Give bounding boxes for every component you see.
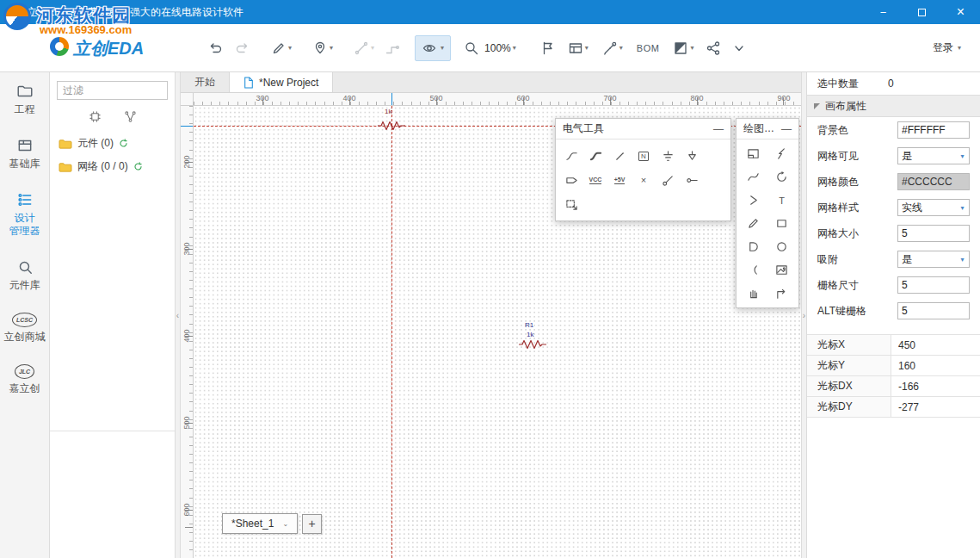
sidebar-item-project[interactable]: 工程 (15, 83, 35, 116)
app-logo-text: 立创EDA (73, 37, 144, 60)
placement-tool-button[interactable]: ▾ (310, 37, 336, 59)
palette-title: 电气工具 (563, 121, 604, 136)
grid-size-input[interactable] (897, 225, 970, 242)
cursor-y-marker (181, 126, 193, 127)
bus-icon[interactable] (583, 144, 607, 168)
chevron-down-icon: ▾ (513, 44, 516, 52)
resistor-value[interactable]: 1k (527, 332, 533, 338)
text-icon[interactable]: T (767, 189, 796, 212)
net-label-icon[interactable]: N (632, 144, 656, 168)
tree-item-components[interactable]: 元件 (0) (50, 132, 175, 155)
minimize-palette-button[interactable]: — (776, 123, 792, 135)
property-row: 背景色 (807, 117, 980, 143)
right-splitter[interactable]: › (801, 72, 807, 558)
ruler-number: 900 (777, 94, 790, 102)
refresh-icon[interactable] (133, 162, 143, 171)
property-row: 网格样式实线▾ (807, 195, 980, 220)
refresh-icon[interactable] (119, 139, 128, 148)
maximize-button[interactable] (903, 0, 941, 24)
bus-entry-icon[interactable] (607, 144, 632, 168)
left-splitter[interactable]: ‹ (175, 72, 181, 558)
add-sheet-button[interactable]: + (302, 514, 322, 534)
sidebar-item-design-manager[interactable]: 设计 管理器 (9, 191, 40, 238)
zoom-level-select[interactable]: 100% ▾ (482, 39, 519, 58)
sheet-tab[interactable]: *Sheet_1 ⌄ (222, 513, 298, 534)
document-tabbar: 开始 *New Project (181, 72, 801, 93)
magnifier-icon (464, 40, 479, 56)
grid-visible-select[interactable]: 是▾ (897, 147, 970, 164)
login-button[interactable]: 登录 ▾ (933, 40, 961, 55)
redo-button[interactable] (232, 37, 253, 59)
background-color-input[interactable] (897, 121, 970, 139)
route-tool-button[interactable] (382, 37, 403, 59)
drawing-tools-palette: 绘图… — T (736, 118, 799, 308)
arrow-icon[interactable] (739, 189, 767, 212)
sidebar-item-jlc[interactable]: JLC 嘉立创 (9, 364, 40, 395)
arc-icon[interactable] (739, 258, 767, 282)
crosshair-vertical (391, 106, 392, 558)
snap-size-input[interactable] (897, 276, 970, 294)
ghost-resistor-symbol[interactable] (377, 120, 406, 132)
rect-icon[interactable] (767, 212, 796, 235)
toolbar-more-button[interactable] (729, 37, 749, 59)
drag-hand-icon[interactable] (739, 282, 767, 305)
canvas-frame-icon[interactable] (739, 142, 767, 165)
grid-color-swatch[interactable]: #CCCCCC (897, 173, 970, 190)
netlist-icon[interactable] (124, 110, 137, 123)
table-button[interactable]: ▾ (565, 37, 591, 59)
resistor-symbol[interactable] (518, 338, 547, 350)
palette-header[interactable]: 电气工具 — (556, 119, 730, 140)
tab-new-project[interactable]: *New Project (230, 72, 333, 92)
sidebar-item-component-library[interactable]: 元件库 (9, 258, 40, 292)
cursor-label: 光标DX (807, 376, 891, 396)
component-chip-icon[interactable] (89, 110, 102, 123)
canvas-properties-header[interactable]: 画布属性 (807, 95, 980, 117)
net-port-icon[interactable] (559, 168, 583, 192)
spline-icon[interactable] (739, 165, 767, 189)
ground-icon[interactable] (680, 144, 704, 168)
tree-item-nets[interactable]: 网络 (0 / 0) (50, 155, 175, 178)
group-icon[interactable] (559, 192, 583, 216)
grid-style-select[interactable]: 实线▾ (897, 199, 970, 216)
image-icon[interactable] (767, 258, 796, 282)
sidebar-item-lcsc-mall[interactable]: LCSC 立创商城 (4, 313, 46, 344)
zoom-button[interactable] (461, 37, 482, 59)
wire-tool-button[interactable]: ▾ (351, 37, 377, 59)
alt-grid-input[interactable] (897, 302, 970, 319)
minimize-palette-button[interactable]: — (708, 123, 724, 135)
snap-select[interactable]: 是▾ (897, 251, 970, 268)
plus-5v-flag-icon[interactable]: +5V (607, 168, 632, 192)
draw-tool-button[interactable]: ▾ (268, 37, 294, 59)
corner-route-icon[interactable] (767, 282, 796, 305)
net-flag-ground-icon[interactable] (656, 144, 680, 168)
polygon-icon[interactable] (739, 235, 767, 258)
ellipse-icon[interactable] (767, 235, 796, 258)
vcc-flag-icon[interactable]: VCC (583, 168, 607, 192)
editor-region: 开始 *New Project 300400500600700800900 20… (181, 72, 801, 558)
sidebar-item-base-library[interactable]: 基础库 (9, 137, 40, 170)
filter-input[interactable] (57, 81, 168, 100)
resistor-ref[interactable]: R1 (525, 322, 533, 329)
pencil-icon[interactable] (739, 212, 767, 235)
undo-button[interactable] (205, 37, 225, 59)
annotate-button[interactable] (538, 37, 558, 59)
wire-icon[interactable] (559, 144, 583, 168)
pin-icon[interactable] (680, 168, 704, 192)
bom-button[interactable]: BOM (634, 40, 663, 57)
selected-count-row: 选中数量 0 (807, 72, 980, 95)
tab-start[interactable]: 开始 (181, 72, 230, 92)
palette-header[interactable]: 绘图… — (737, 119, 798, 140)
ruler-number: 700 (603, 94, 616, 102)
theme-button[interactable]: ▾ (670, 37, 696, 59)
minimize-button[interactable]: − (864, 0, 903, 24)
polyline-icon[interactable] (767, 142, 796, 165)
share-button[interactable] (703, 37, 724, 59)
activity-sidebar: 工程 基础库 设计 管理器 元件库 LCSC 立创商城 JLC 嘉立创 (0, 72, 50, 558)
cursor-value: -277 (891, 397, 980, 417)
close-button[interactable]: × (941, 0, 980, 24)
tools-button[interactable]: ▾ (600, 37, 626, 59)
no-connect-icon[interactable]: × (632, 168, 656, 192)
voltage-probe-icon[interactable] (656, 168, 680, 192)
arc-rotate-icon[interactable] (767, 165, 796, 189)
view-tool-button[interactable]: ▾ (415, 35, 451, 61)
